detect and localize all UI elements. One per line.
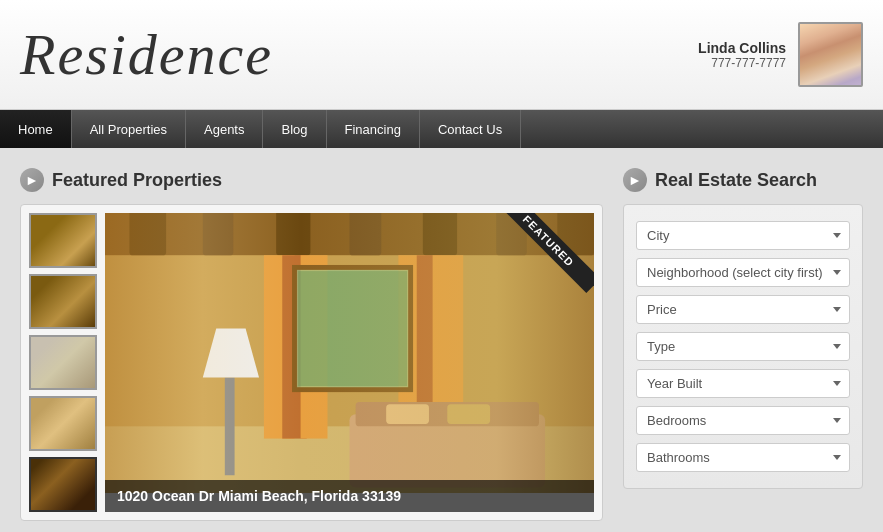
search-section: ► Real Estate Search City Neighborhood (… bbox=[623, 168, 863, 512]
featured-badge-text: FEATURED bbox=[504, 213, 594, 293]
nav-item-agents[interactable]: Agents bbox=[186, 110, 263, 148]
bathrooms-select[interactable]: Bathrooms bbox=[636, 443, 850, 472]
agent-name: Linda Collins bbox=[698, 40, 786, 56]
thumbnail-5[interactable] bbox=[29, 457, 97, 512]
price-select[interactable]: Price bbox=[636, 295, 850, 324]
search-section-title: ► Real Estate Search bbox=[623, 168, 863, 192]
nav-item-all-properties[interactable]: All Properties bbox=[72, 110, 186, 148]
svg-rect-21 bbox=[447, 404, 490, 424]
svg-rect-18 bbox=[350, 414, 546, 487]
type-select[interactable]: Type bbox=[636, 332, 850, 361]
thumbnail-4[interactable] bbox=[29, 396, 97, 451]
search-title-label: Real Estate Search bbox=[655, 170, 817, 191]
main-content: ► Featured Properties bbox=[0, 148, 883, 532]
svg-rect-13 bbox=[398, 255, 425, 438]
nav-spacer bbox=[521, 110, 883, 148]
featured-section: ► Featured Properties bbox=[20, 168, 603, 512]
svg-rect-5 bbox=[350, 213, 382, 255]
thumbnails-list bbox=[29, 213, 97, 512]
thumbnail-2[interactable] bbox=[29, 274, 97, 329]
nav-item-home[interactable]: Home bbox=[0, 110, 72, 148]
svg-rect-20 bbox=[386, 404, 429, 424]
featured-section-icon: ► bbox=[20, 168, 44, 192]
svg-rect-22 bbox=[225, 377, 235, 475]
main-property-image: FEATURED 1020 Ocean Dr Miami Beach, Flor… bbox=[105, 213, 594, 512]
site-logo: Residence bbox=[20, 21, 273, 88]
featured-title-label: Featured Properties bbox=[52, 170, 222, 191]
agent-phone: 777-777-7777 bbox=[698, 56, 786, 70]
featured-badge: FEATURED bbox=[504, 213, 594, 303]
nav-item-contact-us[interactable]: Contact Us bbox=[420, 110, 521, 148]
svg-rect-16 bbox=[294, 267, 410, 389]
agent-avatar bbox=[800, 24, 861, 85]
svg-rect-3 bbox=[203, 213, 234, 255]
svg-rect-4 bbox=[276, 213, 310, 255]
main-nav: Home All Properties Agents Blog Financin… bbox=[0, 110, 883, 148]
svg-rect-12 bbox=[301, 255, 328, 438]
svg-rect-15 bbox=[433, 255, 464, 438]
svg-rect-14 bbox=[417, 255, 441, 438]
svg-rect-24 bbox=[298, 271, 407, 386]
svg-rect-19 bbox=[356, 402, 539, 426]
nav-item-financing[interactable]: Financing bbox=[327, 110, 420, 148]
search-section-icon: ► bbox=[623, 168, 647, 192]
neighborhood-select[interactable]: Neighborhood (select city first) bbox=[636, 258, 850, 287]
agent-text: Linda Collins 777-777-7777 bbox=[698, 40, 786, 70]
svg-rect-17 bbox=[294, 267, 410, 389]
search-box: City Neighborhood (select city first) Pr… bbox=[623, 204, 863, 489]
svg-rect-10 bbox=[264, 255, 295, 438]
svg-marker-23 bbox=[203, 329, 259, 378]
svg-rect-11 bbox=[282, 255, 306, 438]
agent-info: Linda Collins 777-777-7777 bbox=[698, 22, 863, 87]
nav-item-blog[interactable]: Blog bbox=[263, 110, 326, 148]
bedrooms-select[interactable]: Bedrooms bbox=[636, 406, 850, 435]
property-address: 1020 Ocean Dr Miami Beach, Florida 33139 bbox=[105, 480, 594, 512]
svg-rect-2 bbox=[129, 213, 166, 255]
featured-container: FEATURED 1020 Ocean Dr Miami Beach, Flor… bbox=[20, 204, 603, 521]
svg-rect-6 bbox=[423, 213, 457, 255]
thumbnail-3[interactable] bbox=[29, 335, 97, 390]
year-built-select[interactable]: Year Built bbox=[636, 369, 850, 398]
thumbnail-1[interactable] bbox=[29, 213, 97, 268]
agent-photo bbox=[798, 22, 863, 87]
city-select[interactable]: City bbox=[636, 221, 850, 250]
featured-section-title: ► Featured Properties bbox=[20, 168, 603, 192]
header: Residence Linda Collins 777-777-7777 bbox=[0, 0, 883, 110]
